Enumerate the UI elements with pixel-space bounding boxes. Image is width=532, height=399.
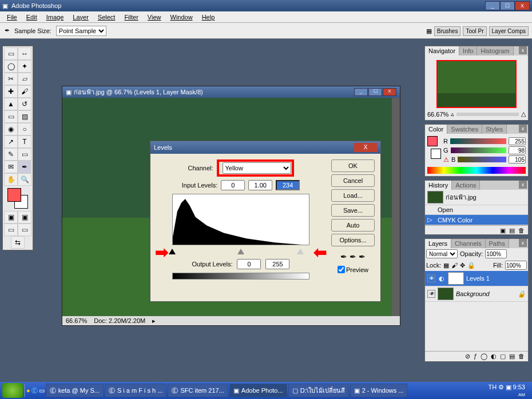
menu-help[interactable]: Help (197, 13, 220, 22)
preview-checkbox[interactable]: Preview (338, 266, 368, 273)
input-slider[interactable]: ➡ ⬅ (172, 249, 309, 256)
palette-tab-layer-comps[interactable]: Layer Comps (489, 26, 529, 36)
input-white-field[interactable] (276, 180, 300, 190)
tray-icon[interactable]: ▣ (506, 384, 511, 390)
zoom-out-icon[interactable]: ▵ (451, 110, 454, 118)
menu-file[interactable]: File (2, 13, 22, 22)
output-gradient[interactable] (172, 273, 309, 280)
tab-channels[interactable]: Channels (451, 239, 485, 248)
lang-indicator[interactable]: TH (489, 384, 497, 390)
tool-wand[interactable]: ✦ (18, 60, 31, 73)
tool-stamp[interactable]: ▲ (4, 98, 18, 110)
panel-close-button[interactable]: x (519, 239, 527, 247)
zoom-in-icon[interactable]: △ (521, 110, 526, 118)
lock-trans-icon[interactable]: ▦ (443, 262, 449, 269)
link-icon[interactable]: ⊘ (465, 353, 470, 360)
tab-styles[interactable]: Styles (482, 125, 507, 134)
palette-well-icon[interactable]: ▦ (426, 27, 432, 35)
ok-button[interactable]: OK (331, 159, 375, 172)
status-zoom[interactable]: 66.67% (66, 317, 87, 324)
palette-tab-tool-presets[interactable]: Tool Pr (463, 26, 486, 36)
taskbar-item[interactable]: ▢D:\ใบไม้เปลี่ยนสี (288, 384, 349, 397)
mode-standard[interactable]: ▣ (4, 211, 18, 224)
white-point-handle[interactable] (297, 249, 304, 254)
history-step[interactable]: ▷CMYK Color (425, 215, 528, 225)
history-snapshot[interactable]: ก่อนฟ้า.jpg (425, 190, 528, 205)
window-close-button[interactable]: X (515, 1, 530, 10)
trash-icon[interactable]: 🗑 (518, 353, 525, 360)
fill-field[interactable] (505, 261, 527, 270)
r-value[interactable] (509, 137, 526, 145)
menu-layer[interactable]: Layer (68, 13, 93, 22)
channel-select[interactable]: Yellow (223, 162, 291, 174)
b-value[interactable] (509, 155, 526, 163)
new-snapshot-icon[interactable]: ▣ (500, 227, 506, 233)
tool-slice[interactable]: ▱ (18, 73, 31, 85)
g-slider[interactable] (451, 147, 506, 153)
visibility-toggle[interactable]: 👁 (427, 274, 435, 282)
r-slider[interactable] (450, 138, 506, 144)
tool-gradient[interactable]: ▤ (18, 110, 31, 123)
taskbar-item[interactable]: ▣2 - Windows ... (350, 384, 408, 397)
menu-select[interactable]: Select (93, 13, 120, 22)
jump-to-imageready[interactable]: ⇆ (11, 236, 25, 249)
panel-close-button[interactable]: x (519, 125, 527, 133)
window-minimize-button[interactable]: _ (485, 1, 500, 10)
menu-filter[interactable]: Filter (120, 13, 142, 22)
panel-close-button[interactable]: x (519, 181, 527, 189)
cancel-button[interactable]: Cancel (331, 174, 375, 187)
tool-eyedropper[interactable]: ✒ (18, 161, 31, 173)
status-docsize[interactable]: Doc: 2.20M/2.20M (94, 317, 145, 324)
layer-thumb[interactable] (438, 288, 454, 300)
tool-path[interactable]: ↗ (4, 135, 18, 148)
palette-tab-brushes[interactable]: Brushes (434, 26, 461, 36)
taskbar-item[interactable]: Ⓔketa @ My S... (46, 384, 104, 397)
blend-mode-select[interactable]: Normal (426, 249, 458, 258)
tool-pen[interactable]: ✎ (4, 148, 18, 161)
adjustment-new-icon[interactable]: ◐ (491, 353, 497, 360)
tool-brush[interactable]: 🖌 (18, 85, 31, 98)
options-button[interactable]: Options... (331, 234, 375, 246)
tool-eraser[interactable]: ▭ (4, 110, 18, 123)
tool-blur[interactable]: ◉ (4, 123, 18, 135)
navigator-thumbnail[interactable] (436, 60, 517, 108)
lock-move-icon[interactable]: ✥ (460, 262, 465, 269)
quick-launch-icon[interactable]: ▭ (39, 387, 45, 394)
tool-hand[interactable]: ✋ (4, 173, 18, 186)
tool-crop[interactable]: ✂ (4, 73, 18, 85)
g-value[interactable] (509, 146, 526, 154)
new-doc-icon[interactable]: ▤ (509, 227, 515, 233)
sample-size-select[interactable]: Point Sample (56, 26, 106, 36)
start-button[interactable] (2, 383, 23, 398)
layer-row[interactable]: 👁 Background 🔒 (425, 286, 528, 302)
save-button[interactable]: Save... (331, 204, 375, 217)
tool-notes[interactable]: ✉ (4, 161, 18, 173)
trash-icon[interactable]: 🗑 (518, 227, 525, 233)
color-ramp[interactable] (427, 167, 526, 174)
status-arrow-icon[interactable]: ▸ (152, 317, 156, 325)
lock-paint-icon[interactable]: 🖌 (451, 262, 458, 269)
mask-icon[interactable]: ◯ (481, 353, 487, 360)
b-slider[interactable] (458, 157, 506, 162)
system-tray[interactable]: TH ⚙ ▣ 9:53 AM (484, 384, 530, 397)
tab-swatches[interactable]: Swatches (447, 125, 482, 134)
tool-history-brush[interactable]: ↺ (18, 98, 31, 110)
gamma-handle[interactable] (237, 249, 244, 254)
new-layer-icon[interactable]: ▤ (509, 353, 515, 360)
taskbar-item[interactable]: ⒺSFC item 217... (168, 384, 228, 397)
color-fg-bg-swatch[interactable] (427, 136, 441, 159)
auto-button[interactable]: Auto (331, 219, 375, 232)
screen-standard[interactable]: ▭ (4, 224, 18, 236)
output-black-field[interactable] (237, 259, 261, 269)
tab-color[interactable]: Color (425, 125, 447, 134)
tool-zoom[interactable]: 🔍 (18, 173, 31, 186)
tab-histogram[interactable]: Histogram (477, 46, 513, 55)
quick-launch-icon[interactable]: ● (26, 387, 30, 394)
tab-navigator[interactable]: Navigator (425, 46, 459, 55)
tray-icon[interactable]: ⚙ (498, 384, 504, 390)
window-maximize-button[interactable]: ☐ (500, 1, 515, 10)
tab-paths[interactable]: Paths (486, 239, 509, 248)
tool-marquee[interactable]: ▭ (4, 47, 18, 60)
menu-view[interactable]: View (143, 13, 166, 22)
quick-launch-icon[interactable]: Ⓔ (31, 386, 38, 395)
